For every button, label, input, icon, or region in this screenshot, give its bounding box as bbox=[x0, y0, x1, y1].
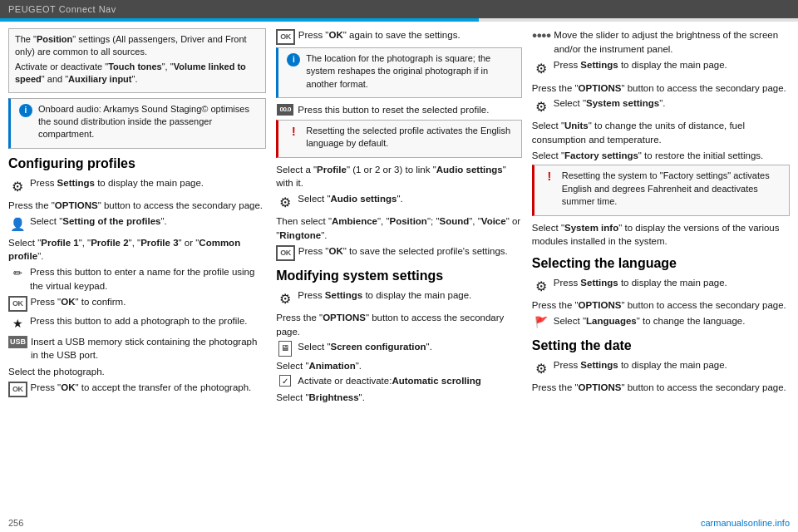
reset-text: Press this button to reset the selected … bbox=[298, 103, 521, 117]
pencil-icon: ✏ bbox=[13, 266, 22, 282]
page-number: 256 bbox=[8, 518, 23, 528]
selecting-language-title: Selecting the language bbox=[532, 254, 790, 273]
person-icon: 👤 bbox=[10, 215, 26, 234]
photo-row: ★ Press this button to add a photograph … bbox=[8, 314, 266, 332]
settings-text-date: Press Settings to display the main page. bbox=[554, 358, 790, 372]
arkamys-info-box: i Onboard audio: Arkamys Sound Staging© … bbox=[8, 98, 266, 149]
screen-config-row: 🖥 Select "Screen configuration". bbox=[276, 340, 521, 357]
photo-info-text: The location for the photograph is squar… bbox=[306, 52, 515, 91]
usb-icon: USB bbox=[8, 336, 27, 348]
dots-icon: ●●●● bbox=[532, 29, 551, 42]
factory-text: Select "Factory settings" to restore the… bbox=[532, 149, 790, 163]
languages-text: Select "Languages" to change the languag… bbox=[554, 314, 790, 328]
column-3: ●●●● Move the slider to adjust the brigh… bbox=[532, 28, 790, 406]
info-icon: i bbox=[17, 104, 35, 117]
modifying-system-title: Modifying system settings bbox=[276, 266, 521, 285]
progress-bar bbox=[0, 18, 798, 22]
ok-profile-save-row: OK Press "OK" to save the selected profi… bbox=[276, 244, 521, 261]
then-select-text: Then select "Ambience", "Position"; "Sou… bbox=[276, 214, 521, 242]
position-info-box: The "Position" settings (All passengers,… bbox=[8, 28, 266, 93]
usb-row: USB Insert a USB memory stick containing… bbox=[8, 335, 266, 362]
flag-icon: 🚩 bbox=[534, 315, 548, 331]
gear-icon-3: ⚙ bbox=[279, 289, 291, 308]
options-text-lang: Press the "OPTIONS" button to access the… bbox=[532, 298, 790, 313]
header: PEUGEOT Connect Nav bbox=[0, 0, 798, 18]
column-1: The "Position" settings (All passengers,… bbox=[8, 28, 266, 406]
ok-profile-save-text: Press "OK" to save the selected profile'… bbox=[298, 244, 522, 259]
profile-setting-text: Select "Setting of the profiles". bbox=[30, 214, 266, 229]
system-settings-text: Select "System settings". bbox=[554, 96, 790, 111]
arkamys-text: Onboard audio: Arkamys Sound Staging© op… bbox=[38, 103, 259, 141]
setting-date-title: Setting the date bbox=[532, 336, 790, 355]
main-content: The "Position" settings (All passengers,… bbox=[0, 22, 798, 410]
audio-settings-text: Select "Audio settings". bbox=[298, 192, 521, 206]
header-title: PEUGEOT Connect Nav bbox=[8, 4, 116, 14]
settings-text-1: Press Settings to display the main page. bbox=[30, 176, 266, 190]
settings-row-sys: ⚙ Press Settings to display the main pag… bbox=[532, 58, 790, 78]
select-profile-text: Select a "Profile" (1 or 2 or 3) to link… bbox=[276, 163, 521, 190]
ok-icon-1: OK bbox=[8, 296, 27, 312]
touch-tones-text: Activate or deactivate "Touch tones", "V… bbox=[15, 61, 259, 86]
warn-icon-2: ! bbox=[547, 170, 551, 182]
brightness-text: Select "Brightness". bbox=[276, 391, 521, 405]
reset-warning-box: ! Resetting the selected profile activat… bbox=[276, 120, 521, 158]
ok-icon-4: OK bbox=[276, 245, 295, 261]
name-row: ✏ Press this button to enter a name for … bbox=[8, 265, 266, 293]
ok-transfer-text: Press "OK" to accept the transfer of the… bbox=[31, 381, 267, 395]
settings-row-lang: ⚙ Press Settings to display the main pag… bbox=[532, 276, 790, 296]
units-text: Select "Units" to change the units of di… bbox=[532, 119, 790, 146]
screen-config-text: Select "Screen configuration". bbox=[298, 340, 521, 354]
options-text-mod: Press the "OPTIONS" button to access the… bbox=[276, 311, 521, 338]
website-link: carmanualsonline.info bbox=[701, 518, 790, 528]
settings-row-date: ⚙ Press Settings to display the main pag… bbox=[532, 358, 790, 378]
factory-warning-text: Resetting the system to "Factory setting… bbox=[562, 170, 783, 208]
info-icon-2: i bbox=[287, 53, 300, 66]
settings-row-mod: ⚙ Press Settings to display the main pag… bbox=[276, 288, 521, 308]
reset-warning-text: Resetting the selected profile activates… bbox=[306, 125, 515, 150]
auto-scroll-row: ✓ Activate or deactivate:Automatic scrol… bbox=[276, 374, 521, 388]
animation-text: Select "Animation". bbox=[276, 359, 521, 373]
photo-info-box: i The location for the photograph is squ… bbox=[276, 47, 521, 98]
ok-icon-2: OK bbox=[8, 382, 27, 397]
configuring-profiles-title: Configuring profiles bbox=[8, 154, 266, 173]
position-info-text: The "Position" settings (All passengers,… bbox=[15, 33, 259, 59]
system-settings-row: ⚙ Select "System settings". bbox=[532, 96, 790, 116]
select-photo-text: Select the photograph. bbox=[8, 365, 266, 379]
settings-text-mod: Press Settings to display the main page. bbox=[298, 288, 521, 303]
name-text: Press this button to enter a name for th… bbox=[30, 265, 266, 293]
settings-row-1: ⚙ Press Settings to display the main pag… bbox=[8, 176, 266, 196]
settings-text-sys: Press Settings to display the main page. bbox=[554, 58, 790, 72]
gear-icon-date: ⚙ bbox=[535, 359, 547, 378]
checkbox-icon: ✓ bbox=[279, 375, 291, 387]
options-text-sys: Press the "OPTIONS" button to access the… bbox=[532, 81, 790, 96]
ok-transfer-row: OK Press "OK" to accept the transfer of … bbox=[8, 381, 266, 397]
profile-select-text: Select "Profile 1", "Profile 2", "Profil… bbox=[8, 236, 266, 264]
gear-icon-lang: ⚙ bbox=[535, 277, 547, 296]
counter-icon: 00.0 bbox=[277, 104, 293, 116]
ok-confirm-text: Press "OK" to confirm. bbox=[31, 295, 267, 309]
options-text-1: Press the "OPTIONS" button to access the… bbox=[8, 199, 266, 213]
ok-confirm-row: OK Press "OK" to confirm. bbox=[8, 295, 266, 312]
usb-text: Insert a USB memory stick containing the… bbox=[31, 335, 266, 362]
gear-icon-sys: ⚙ bbox=[535, 59, 547, 78]
photo-text: Press this button to add a photograph to… bbox=[30, 314, 266, 328]
warn-icon-1: ! bbox=[292, 126, 296, 137]
screen-icon: 🖥 bbox=[278, 341, 292, 357]
settings-text-lang: Press Settings to display the main page. bbox=[554, 276, 790, 290]
languages-row: 🚩 Select "Languages" to change the langu… bbox=[532, 314, 790, 331]
system-info-text: Select "System info" to display the vers… bbox=[532, 221, 790, 249]
ok-save-text: Press "OK" again to save the settings. bbox=[298, 28, 522, 42]
factory-warning-box: ! Resetting the system to "Factory setti… bbox=[532, 165, 790, 215]
options-text-date: Press the "OPTIONS" button to access the… bbox=[532, 381, 790, 395]
profile-setting-row: 👤 Select "Setting of the profiles". bbox=[8, 214, 266, 234]
gear-icon-sys2: ⚙ bbox=[535, 97, 547, 116]
gear-icon-2: ⚙ bbox=[279, 193, 291, 212]
slider-row: ●●●● Move the slider to adjust the brigh… bbox=[532, 28, 790, 56]
slider-text: Move the slider to adjust the brightness… bbox=[554, 28, 790, 56]
gear-icon-1: ⚙ bbox=[12, 177, 23, 196]
auto-scroll-text: Activate or deactivate:Automatic scrolli… bbox=[298, 374, 521, 388]
ok-icon-3: OK bbox=[276, 29, 295, 45]
star-icon: ★ bbox=[12, 315, 23, 332]
audio-settings-row: ⚙ Select "Audio settings". bbox=[276, 192, 521, 212]
reset-row: 00.0 Press this button to reset the sele… bbox=[276, 103, 521, 117]
